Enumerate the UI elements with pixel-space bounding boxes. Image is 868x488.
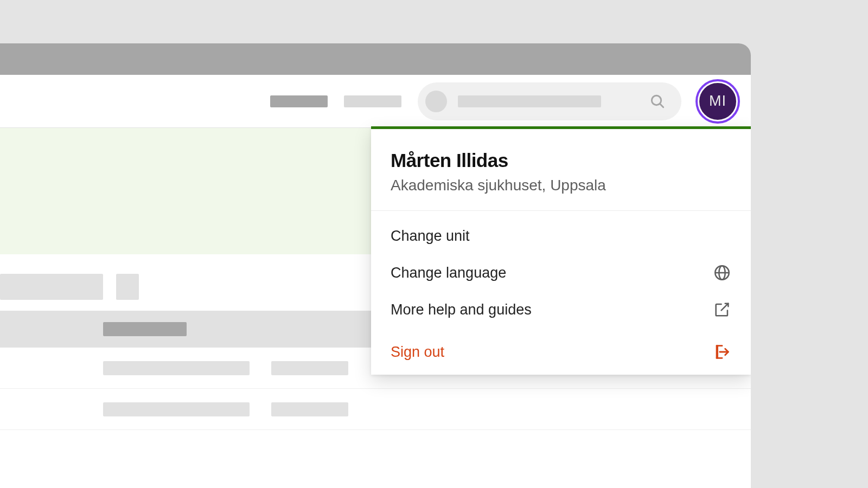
app-window: MI Mårten Illidas Akadem (0, 43, 751, 488)
skeleton-block (0, 274, 103, 300)
tab-active[interactable] (270, 95, 328, 107)
menu-sign-out[interactable]: Sign out (371, 338, 751, 375)
user-menu-dropdown: Mårten Illidas Akademiska sjukhuset, Upp… (371, 126, 751, 375)
globe-icon (713, 264, 731, 282)
search-icon[interactable] (649, 93, 666, 110)
skeleton-block (116, 274, 139, 300)
user-name: Mårten Illidas (391, 150, 731, 171)
skeleton-table-row (0, 389, 751, 430)
sign-out-icon (713, 343, 731, 361)
avatar-initials: MI (709, 93, 726, 110)
user-organization: Akademiska sjukhuset, Uppsala (391, 177, 731, 194)
menu-item-label: Change language (391, 265, 506, 281)
avatar[interactable]: MI (698, 81, 738, 121)
user-menu-items: Change unit Change language More help an (371, 211, 751, 338)
skeleton-block (103, 402, 250, 416)
menu-more-help[interactable]: More help and guides (371, 291, 751, 328)
app-header: MI (0, 75, 751, 128)
header-tabs (270, 95, 401, 107)
menu-item-label: Sign out (391, 344, 444, 361)
menu-item-label: More help and guides (391, 301, 532, 318)
search-avatar-placeholder (425, 91, 447, 112)
app-body: Mårten Illidas Akademiska sjukhuset, Upp… (0, 128, 751, 488)
external-link-icon (713, 300, 731, 319)
search-text-placeholder (458, 95, 601, 107)
menu-item-label: Change unit (391, 228, 470, 245)
window-titlebar (0, 43, 751, 75)
search-bar[interactable] (418, 82, 681, 120)
svg-line-5 (722, 304, 729, 311)
menu-change-language[interactable]: Change language (371, 254, 751, 291)
skeleton-block (271, 361, 348, 375)
skeleton-block (103, 322, 187, 336)
tab-inactive[interactable] (344, 95, 401, 107)
skeleton-block (271, 402, 348, 416)
svg-line-1 (660, 104, 663, 107)
user-menu-header: Mårten Illidas Akademiska sjukhuset, Upp… (371, 129, 751, 211)
skeleton-block (103, 361, 250, 375)
menu-change-unit[interactable]: Change unit (371, 217, 751, 254)
